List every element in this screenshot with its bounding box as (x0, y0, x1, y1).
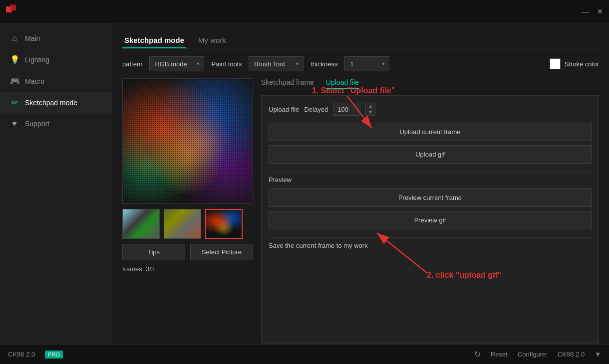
right-panel: Sketchpad frame Upload file Upload file … (261, 78, 599, 344)
titlebar: — ✕ (0, 0, 609, 23)
macro-icon: 🎮 (10, 76, 19, 86)
paint-tools-label: Paint tools (211, 60, 242, 68)
sidebar-item-main[interactable]: ⌂ Main (0, 28, 112, 49)
sidebar: ⌂ Main 💡 Lighting 🎮 Macro ✏ Sketchpad mo… (0, 23, 112, 344)
pattern-select-wrapper: RGB mode (149, 56, 204, 71)
reset-icon[interactable]: ↻ (474, 350, 481, 359)
thickness-select-wrapper: 1 (344, 56, 389, 71)
bottom-version: CK98 2.0 (8, 351, 35, 358)
preview-section-label: Preview (269, 176, 592, 183)
sidebar-label-lighting: Lighting (25, 56, 49, 64)
upload-file-label: Upload file (269, 106, 299, 113)
close-button[interactable]: ✕ (597, 7, 603, 15)
upload-file-row: Upload file Delayed ▲ ▼ (269, 103, 592, 116)
sidebar-label-sketchpad: Sketchpad mode (25, 99, 77, 107)
main-tabs: Sketchpad mode My work (122, 33, 599, 48)
inner-tab-sketchpad-frame[interactable]: Sketchpad frame (261, 78, 314, 89)
stroke-color-swatch[interactable] (550, 58, 561, 69)
app-logo (6, 4, 24, 19)
support-icon: ♥ (10, 119, 19, 128)
brush-tool-select[interactable]: Brush Tool (249, 56, 304, 71)
main-layout: ⌂ Main 💡 Lighting 🎮 Macro ✏ Sketchpad mo… (0, 23, 609, 344)
thumbnail-strip (122, 209, 253, 239)
preview-gif-button[interactable]: Preview gif (269, 211, 592, 229)
sidebar-item-sketchpad[interactable]: ✏ Sketchpad mode (0, 92, 112, 113)
tab-mywork[interactable]: My work (196, 33, 228, 48)
pattern-label: pattern (122, 60, 142, 68)
thickness-select[interactable]: 1 (344, 56, 389, 71)
svg-rect-1 (10, 4, 16, 10)
bottom-right: ↻ Reset Configure: CK98 2.0 ▼ (474, 350, 601, 359)
tab-sketchpad[interactable]: Sketchpad mode (122, 33, 186, 48)
divider-2 (269, 237, 592, 238)
window-controls: — ✕ (582, 7, 603, 15)
pattern-select[interactable]: RGB mode (149, 56, 204, 71)
upload-current-frame-button[interactable]: Upload current frame (269, 123, 592, 141)
configure-label: Configure: (518, 351, 548, 358)
delay-input[interactable] (333, 103, 360, 116)
dot-overlay (123, 79, 253, 203)
reset-label[interactable]: Reset (491, 351, 508, 358)
toolbar: pattern RGB mode Paint tools Brush Tool … (122, 56, 599, 71)
save-label: Save the current frame to my work (269, 242, 592, 249)
thumbnail-1[interactable] (122, 209, 160, 239)
configure-dropdown-icon[interactable]: ▼ (595, 351, 601, 358)
preview-current-frame-button[interactable]: Preview current frame (269, 188, 592, 207)
sidebar-item-macro[interactable]: 🎮 Macro (0, 70, 112, 92)
canvas-area: Tips Select Picture frames: 3/3 (122, 78, 253, 344)
sidebar-label-support: Support (25, 120, 49, 128)
canvas-buttons: Tips Select Picture (122, 244, 253, 260)
delayed-label: Delayed (304, 106, 328, 113)
tips-button[interactable]: Tips (122, 244, 185, 260)
thumbnail-3[interactable] (205, 209, 243, 239)
thickness-label: thickness (310, 60, 337, 68)
divider-1 (269, 172, 592, 172)
lighting-icon: 💡 (10, 55, 19, 64)
bottom-bar: CK98 2.0 PRO ↻ Reset Configure: CK98 2.0… (0, 344, 609, 364)
configure-value: CK98 2.0 (558, 351, 585, 358)
select-picture-button[interactable]: Select Picture (190, 244, 253, 260)
thumbnail-2[interactable] (164, 209, 201, 239)
minimize-button[interactable]: — (582, 7, 589, 15)
frames-info: frames: 3/3 (122, 265, 253, 273)
sidebar-label-main: Main (25, 34, 40, 42)
upload-section: Upload file Delayed ▲ ▼ Upload current f… (261, 95, 599, 344)
middle-section: Tips Select Picture frames: 3/3 Sketchpa… (122, 78, 599, 344)
spinner-down[interactable]: ▼ (366, 109, 375, 115)
canvas-frame[interactable] (122, 78, 253, 204)
spinner-up[interactable]: ▲ (366, 103, 375, 109)
spinner-arrows: ▲ ▼ (365, 103, 375, 116)
brush-select-wrapper: Brush Tool (249, 56, 304, 71)
stroke-color-group: Stroke color (550, 58, 599, 69)
content-area: Sketchpad mode My work pattern RGB mode … (112, 23, 609, 344)
canvas-image (123, 79, 253, 203)
sidebar-item-support[interactable]: ♥ Support (0, 113, 112, 134)
inner-tab-upload-file[interactable]: Upload file (326, 78, 359, 89)
pro-badge: PRO (45, 351, 63, 359)
upload-gif-button[interactable]: Upload gif (269, 145, 592, 164)
home-icon: ⌂ (10, 34, 19, 43)
sketchpad-icon: ✏ (10, 98, 19, 107)
sidebar-item-lighting[interactable]: 💡 Lighting (0, 49, 112, 70)
stroke-color-label: Stroke color (565, 60, 599, 68)
sidebar-label-macro: Macro (25, 77, 44, 85)
inner-tabs: Sketchpad frame Upload file (261, 78, 599, 89)
